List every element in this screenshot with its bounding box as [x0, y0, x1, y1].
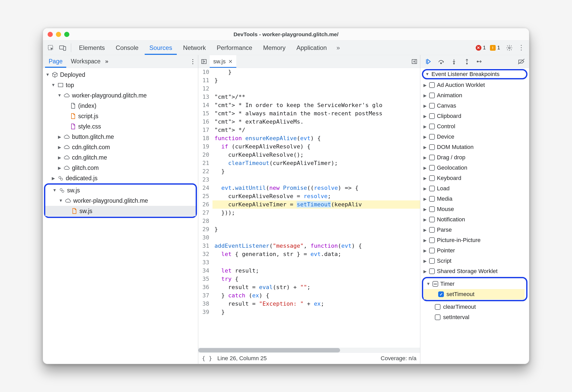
- checkbox[interactable]: [429, 248, 435, 253]
- checkbox-settimeout[interactable]: [438, 291, 444, 297]
- checkbox[interactable]: [429, 258, 435, 264]
- category-mouse[interactable]: ▶Mouse: [420, 204, 529, 214]
- checkbox[interactable]: [429, 206, 435, 212]
- checkbox[interactable]: [429, 93, 435, 98]
- checkbox[interactable]: [429, 144, 435, 150]
- checkbox[interactable]: [429, 103, 435, 109]
- category-animation[interactable]: ▶Animation: [420, 90, 529, 101]
- checkbox[interactable]: [429, 227, 435, 233]
- checkbox-timer[interactable]: [432, 281, 438, 287]
- checkbox[interactable]: [429, 196, 435, 202]
- category-drag-drop[interactable]: ▶Drag / drop: [420, 152, 529, 163]
- tab-performance[interactable]: Performance: [212, 41, 257, 55]
- breakpoints-sections[interactable]: ▼ Event Listener Breakpoints ▶Ad Auction…: [420, 68, 529, 364]
- checkbox[interactable]: [429, 268, 435, 274]
- tree-file-scriptjs[interactable]: script.js: [44, 111, 197, 121]
- tab-application[interactable]: Application: [292, 41, 331, 55]
- checkbox-cleartimeout[interactable]: [435, 304, 441, 310]
- category-load[interactable]: ▶Load: [420, 183, 529, 194]
- tree-file-stylecss[interactable]: style.css: [44, 121, 197, 132]
- tree-origin-main[interactable]: ▼ worker-playground.glitch.me: [44, 90, 197, 101]
- checkbox[interactable]: [429, 217, 435, 222]
- checkbox[interactable]: [429, 175, 435, 181]
- horizontal-scrollbar[interactable]: [198, 348, 420, 352]
- step-into-icon[interactable]: [448, 56, 460, 67]
- category-pointer[interactable]: ▶Pointer: [420, 245, 529, 256]
- file-tree[interactable]: ▼ Deployed ▼ top ▼ worker-playground.gli…: [43, 68, 198, 364]
- category-parse[interactable]: ▶Parse: [420, 225, 529, 235]
- tree-sw-file[interactable]: sw.js: [45, 206, 196, 216]
- category-control[interactable]: ▶Control: [420, 121, 529, 132]
- toggle-navigator-icon[interactable]: [198, 55, 210, 68]
- category-shared-storage-worklet[interactable]: ▶Shared Storage Worklet: [420, 266, 529, 276]
- event-listener-breakpoints-header[interactable]: ▼ Event Listener Breakpoints: [422, 69, 527, 79]
- coverage-status: Coverage: n/a: [381, 355, 416, 362]
- gears-icon: [57, 175, 64, 181]
- tab-sources[interactable]: Sources: [145, 41, 177, 55]
- tree-origin-cdnme[interactable]: ▶ cdn.glitch.me: [44, 152, 197, 163]
- resume-icon[interactable]: [422, 56, 434, 67]
- checkbox[interactable]: [429, 113, 435, 119]
- error-count: 1: [483, 45, 486, 51]
- breakpoint-setinterval[interactable]: setInterval: [420, 312, 529, 322]
- tab-network[interactable]: Network: [178, 41, 210, 55]
- checkbox[interactable]: [429, 155, 435, 160]
- toggle-debugger-icon[interactable]: [409, 55, 420, 68]
- category-dom-mutation[interactable]: ▶DOM Mutation: [420, 142, 529, 152]
- category-keyboard[interactable]: ▶Keyboard: [420, 173, 529, 183]
- nav-tab-page[interactable]: Page: [45, 55, 66, 68]
- inspect-icon[interactable]: [46, 43, 56, 53]
- more-nav-tabs-icon[interactable]: »: [105, 58, 108, 65]
- category-notification[interactable]: ▶Notification: [420, 214, 529, 225]
- device-toggle-icon[interactable]: [57, 43, 68, 53]
- nav-kebab-icon[interactable]: ⋮: [190, 58, 196, 65]
- checkbox[interactable]: [429, 134, 435, 140]
- tree-top[interactable]: ▼ top: [44, 80, 197, 90]
- checkbox-setinterval[interactable]: [435, 314, 441, 320]
- category-timer[interactable]: ▼ Timer: [424, 279, 525, 289]
- tree-sw-root[interactable]: ▼ sw.js: [45, 185, 196, 195]
- svg-rect-4: [58, 83, 63, 87]
- step-out-icon[interactable]: [461, 56, 473, 67]
- tree-sw-origin[interactable]: ▼ worker-playground.glitch.me: [45, 195, 196, 206]
- deactivate-breakpoints-icon[interactable]: [516, 56, 527, 67]
- tab-console[interactable]: Console: [111, 41, 143, 55]
- close-tab-icon[interactable]: ✕: [228, 58, 233, 65]
- tree-origin-cdncom[interactable]: ▶ cdn.glitch.com: [44, 142, 197, 152]
- step-icon[interactable]: [474, 56, 486, 67]
- category-geolocation[interactable]: ▶Geolocation: [420, 163, 529, 173]
- checkbox[interactable]: [429, 124, 435, 129]
- breakpoint-settimeout[interactable]: setTimeout: [424, 289, 525, 299]
- category-script[interactable]: ▶Script: [420, 256, 529, 266]
- checkbox[interactable]: [429, 186, 435, 191]
- pretty-print-icon[interactable]: { }: [202, 355, 212, 361]
- svg-point-5: [59, 176, 61, 178]
- category-picture-in-picture[interactable]: ▶Picture-in-Picture: [420, 235, 529, 245]
- step-over-icon[interactable]: [435, 56, 447, 67]
- tree-dedicated[interactable]: ▶ dedicated.js: [44, 173, 197, 183]
- category-clipboard[interactable]: ▶Clipboard: [420, 111, 529, 121]
- error-badge[interactable]: ✕ 1: [476, 45, 486, 51]
- checkbox[interactable]: [429, 237, 435, 243]
- tab-memory[interactable]: Memory: [259, 41, 290, 55]
- code-editor[interactable]: 1011121314151617181920212223242526272829…: [198, 68, 420, 348]
- tree-root-deployed[interactable]: ▼ Deployed: [44, 70, 197, 80]
- tree-origin-glitch[interactable]: ▶ glitch.com: [44, 163, 197, 173]
- tree-origin-button[interactable]: ▶ button.glitch.me: [44, 132, 197, 142]
- checkbox[interactable]: [429, 82, 435, 88]
- category-device[interactable]: ▶Device: [420, 132, 529, 142]
- nav-tab-workspace[interactable]: Workspace: [67, 55, 104, 68]
- checkbox[interactable]: [429, 165, 435, 171]
- editor-tab-swjs[interactable]: sw.js ✕: [210, 55, 236, 68]
- kebab-menu-icon[interactable]: ⋮: [516, 43, 526, 53]
- code-content[interactable]: }}"cmt">/**"cmt"> * In order to keep the…: [212, 68, 420, 348]
- category-media[interactable]: ▶Media: [420, 194, 529, 204]
- category-ad-auction-worklet[interactable]: ▶Ad Auction Worklet: [420, 80, 529, 90]
- tree-file-index[interactable]: (index): [44, 101, 197, 111]
- category-canvas[interactable]: ▶Canvas: [420, 101, 529, 111]
- more-tabs-icon[interactable]: »: [333, 43, 343, 53]
- tab-elements[interactable]: Elements: [74, 41, 109, 55]
- warning-badge[interactable]: ! 1: [490, 45, 500, 51]
- breakpoint-cleartimeout[interactable]: clearTimeout: [420, 302, 529, 312]
- settings-icon[interactable]: [504, 43, 515, 53]
